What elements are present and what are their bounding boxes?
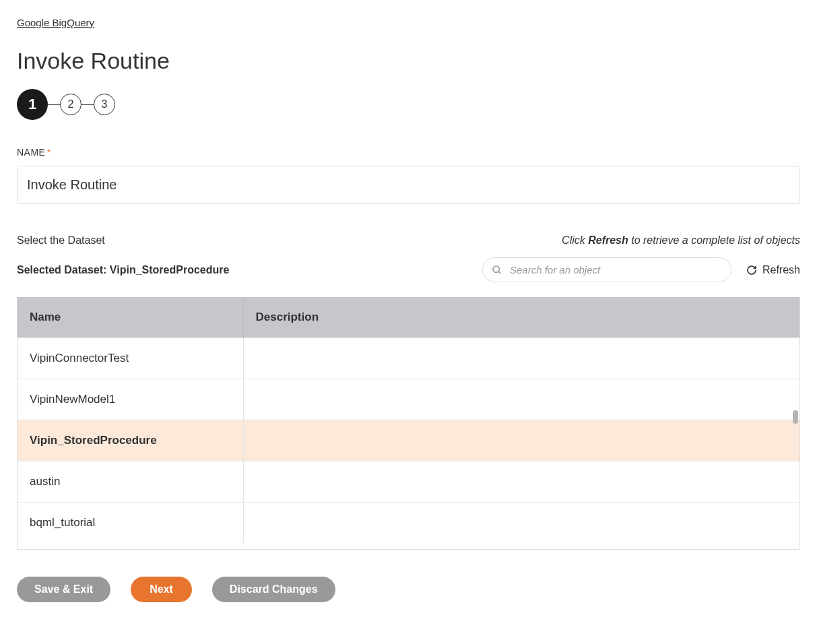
step-connector xyxy=(48,104,60,105)
svg-line-1 xyxy=(498,271,500,273)
scrollbar-track[interactable] xyxy=(791,337,798,549)
refresh-hint: Click Refresh to retrieve a complete lis… xyxy=(562,234,800,247)
page-title: Invoke Routine xyxy=(17,48,800,74)
stepper: 1 2 3 xyxy=(17,89,800,120)
table-cell-name: austin xyxy=(18,461,243,503)
dataset-table-container: Name Description VipinConnectorTestVipin… xyxy=(17,297,800,550)
table-row[interactable]: VipinNewModel1 xyxy=(18,379,799,420)
next-button[interactable]: Next xyxy=(131,577,192,602)
discard-button[interactable]: Discard Changes xyxy=(212,577,335,602)
save-exit-button[interactable]: Save & Exit xyxy=(17,577,110,602)
table-cell-name: Vipin_StoredProcedure xyxy=(18,420,243,461)
required-indicator: * xyxy=(46,147,51,158)
table-cell-description xyxy=(243,503,799,544)
name-field-label: NAME* xyxy=(17,147,800,158)
table-row[interactable]: VipinConnectorTest xyxy=(18,338,799,379)
step-2[interactable]: 2 xyxy=(60,94,81,115)
footer-actions: Save & Exit Next Discard Changes xyxy=(17,577,800,602)
search-input[interactable] xyxy=(482,257,731,282)
table-row[interactable]: austin xyxy=(18,461,799,503)
refresh-button[interactable]: Refresh xyxy=(746,264,800,276)
table-row[interactable]: Vipin_StoredProcedure xyxy=(18,420,799,461)
table-header-name[interactable]: Name xyxy=(18,297,243,338)
table-cell-description xyxy=(243,461,799,503)
step-3[interactable]: 3 xyxy=(94,94,115,115)
table-row[interactable]: bqml_tutorial xyxy=(18,503,799,544)
breadcrumb-link[interactable]: Google BigQuery xyxy=(17,17,94,28)
dataset-table: Name Description VipinConnectorTestVipin… xyxy=(18,297,799,543)
search-icon xyxy=(492,265,502,276)
table-cell-description xyxy=(243,379,799,420)
step-1[interactable]: 1 xyxy=(17,89,48,120)
step-connector xyxy=(81,104,94,105)
table-cell-name: bqml_tutorial xyxy=(18,503,243,544)
table-cell-name: VipinConnectorTest xyxy=(18,338,243,379)
table-cell-description xyxy=(243,338,799,379)
selected-dataset-label: Selected Dataset: Vipin_StoredProcedure xyxy=(17,264,229,276)
svg-point-0 xyxy=(493,266,499,272)
name-input[interactable] xyxy=(17,166,800,204)
table-cell-name: VipinNewModel1 xyxy=(18,379,243,420)
refresh-icon xyxy=(746,265,757,276)
scrollbar-thumb[interactable] xyxy=(793,410,798,424)
table-header-description[interactable]: Description xyxy=(243,297,799,338)
select-dataset-label: Select the Dataset xyxy=(17,234,105,247)
table-cell-description xyxy=(243,420,799,461)
